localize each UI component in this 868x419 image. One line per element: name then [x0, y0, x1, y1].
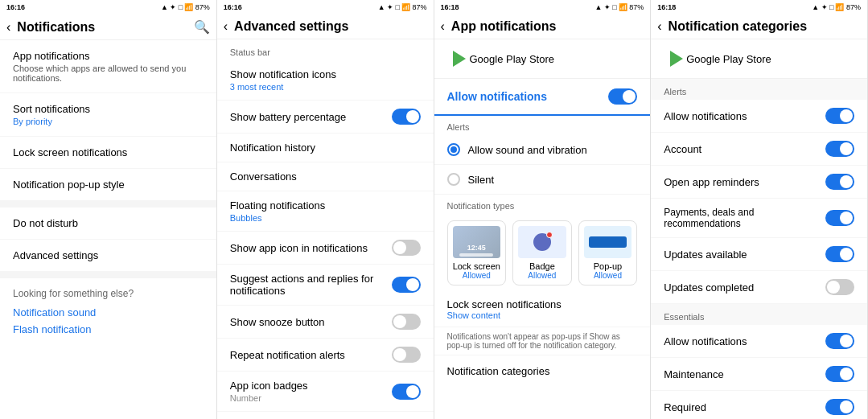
ess-allow-notif[interactable]: Allow notifications [651, 325, 867, 358]
cat-label: Maintenance [664, 368, 723, 380]
setting-title: Show app icon in notifications [230, 242, 392, 254]
link-flash-notification[interactable]: Flash notification [13, 321, 204, 338]
status-icons-4: ▲ ✦ □ 📶 87% [812, 3, 861, 11]
allow-notifications-row[interactable]: Allow notifications [434, 79, 651, 116]
page-title-3: App notifications [451, 19, 644, 34]
search-icon-1[interactable]: 🔍 [194, 19, 210, 35]
app-notif-content: Google Play Store Allow notifications Al… [434, 39, 651, 419]
setting-title: Notification history [230, 142, 421, 154]
alerts-section-label: Alerts [651, 79, 867, 100]
lock-notif-section[interactable]: Lock screen notifications Show content [434, 292, 651, 327]
cat-payments[interactable]: Payments, deals and recommendations [651, 199, 867, 238]
looking-title: Looking for something else? [13, 288, 204, 299]
advanced-content: Status bar Show notification icons 3 mos… [217, 39, 434, 419]
menu-item-subtitle: Choose which apps are allowed to send yo… [13, 64, 204, 83]
menu-item-title: App notifications [13, 50, 204, 62]
setting-badges[interactable]: App icon badges Number [217, 372, 434, 412]
cat-updates-available[interactable]: Updates available [651, 238, 867, 271]
toggle-app-icon[interactable] [392, 240, 421, 256]
setting-sub: Bubbles [230, 213, 421, 223]
cat-label: Open app reminders [664, 176, 759, 188]
ess-maintenance[interactable]: Maintenance [651, 358, 867, 391]
panel-app-notifications: 16:18 ▲ ✦ □ 📶 87% ‹ App notifications Go… [434, 0, 652, 419]
toggle-ess-2[interactable] [825, 399, 854, 415]
toggle-cat-3[interactable] [825, 210, 854, 226]
cat-label: Allow notifications [664, 110, 747, 122]
section-divider [0, 272, 216, 278]
menu-item-title: Sort notifications [13, 103, 204, 115]
menu-item-dnd[interactable]: Do not disturb [0, 207, 216, 240]
ess-required[interactable]: Required [651, 391, 867, 419]
menu-item-sort[interactable]: Sort notifications By priority [0, 93, 216, 137]
card-sub-lock: Allowed [463, 271, 491, 280]
toggle-repeat[interactable] [392, 347, 421, 363]
top-bar-3: ‹ App notifications [434, 14, 651, 39]
back-button-2[interactable]: ‹ [224, 19, 228, 34]
notif-card-badge[interactable]: Badge Allowed [512, 220, 572, 285]
setting-show-notif-icons[interactable]: Show notification icons 3 most recent [217, 60, 434, 101]
setting-floating[interactable]: Floating notifications Bubbles [217, 191, 434, 232]
top-bar-2: ‹ Advanced settings [217, 14, 434, 39]
setting-manage-categories[interactable]: Manage notification categories for each … [217, 412, 434, 419]
toggle-badges[interactable] [392, 384, 421, 400]
cat-account[interactable]: Account [651, 133, 867, 166]
status-icons-2: ▲ ✦ □ 📶 87% [378, 3, 427, 11]
app-name-4: Google Play Store [686, 53, 771, 65]
essentials-section-label: Essentials [651, 304, 867, 325]
notif-types-label: Notification types [434, 195, 651, 214]
menu-item-title: Do not disturb [13, 217, 204, 229]
gps-icon [447, 47, 470, 70]
notif-categories-row[interactable]: Notification categories [434, 355, 651, 387]
setting-title: Floating notifications [230, 199, 421, 212]
toggle-ess-0[interactable] [825, 333, 854, 349]
toggle-cat-1[interactable] [825, 141, 854, 157]
setting-repeat-alerts[interactable]: Repeat notification alerts [217, 339, 434, 372]
setting-suggest-actions[interactable]: Suggest actions and replies for notifica… [217, 265, 434, 306]
status-time-4: 16:18 [657, 3, 676, 11]
toggle-battery[interactable] [392, 109, 421, 125]
menu-item-popup-style[interactable]: Notification pop-up style [0, 169, 216, 201]
section-divider [0, 201, 216, 207]
radio-allow-sound[interactable]: Allow sound and vibration [434, 135, 651, 165]
setting-app-icon[interactable]: Show app icon in notifications [217, 232, 434, 265]
toggle-ess-1[interactable] [825, 366, 854, 382]
card-sub-badge: Allowed [528, 271, 556, 280]
toggle-cat-2[interactable] [825, 174, 854, 190]
cat-updates-completed[interactable]: Updates completed [651, 271, 867, 304]
cat-label: Allow notifications [664, 335, 747, 347]
radio-silent[interactable]: Silent [434, 165, 651, 195]
setting-title: Show notification icons [230, 68, 421, 80]
toggle-snooze[interactable] [392, 314, 421, 330]
back-button-4[interactable]: ‹ [657, 19, 661, 34]
toggle-allow-notif[interactable] [608, 88, 637, 105]
toggle-cat-5[interactable] [825, 279, 854, 295]
cat-allow-notif[interactable]: Allow notifications [651, 100, 867, 133]
top-bar-4: ‹ Notification categories [651, 14, 867, 39]
toggle-cat-0[interactable] [825, 108, 854, 124]
toggle-cat-4[interactable] [825, 246, 854, 262]
cat-label: Payments, deals and recommendations [664, 207, 825, 229]
setting-battery[interactable]: Show battery percentage [217, 101, 434, 134]
setting-conversations[interactable]: Conversations [217, 162, 434, 191]
toggle-suggest[interactable] [392, 277, 421, 293]
cat-label: Updates completed [664, 281, 754, 294]
radio-circle-sound [447, 143, 460, 156]
page-title-4: Notification categories [668, 19, 861, 34]
link-notification-sound[interactable]: Notification sound [13, 304, 204, 321]
top-bar-1: ‹ Notifications 🔍 [0, 14, 216, 40]
menu-item-lock-screen[interactable]: Lock screen notifications [0, 137, 216, 169]
back-button-1[interactable]: ‹ [6, 20, 10, 35]
setting-notif-history[interactable]: Notification history [217, 134, 434, 162]
alerts-label-3: Alerts [434, 116, 651, 135]
menu-item-advanced[interactable]: Advanced settings [0, 240, 216, 272]
back-button-3[interactable]: ‹ [441, 19, 445, 34]
lock-notif-sub: Show content [447, 310, 638, 320]
cat-open-reminders[interactable]: Open app reminders [651, 166, 867, 199]
gps-triangle [453, 51, 466, 67]
notif-card-popup[interactable]: Pop-up Allowed [578, 220, 638, 285]
notif-card-lock[interactable]: 12:45 Lock screen Allowed [447, 220, 507, 285]
card-title-badge: Badge [529, 261, 555, 271]
setting-snooze[interactable]: Show snooze button [217, 306, 434, 339]
panel-advanced-settings: 16:16 ▲ ✦ □ 📶 87% ‹ Advanced settings St… [217, 0, 434, 419]
menu-item-app-notifications[interactable]: App notifications Choose which apps are … [0, 40, 216, 93]
